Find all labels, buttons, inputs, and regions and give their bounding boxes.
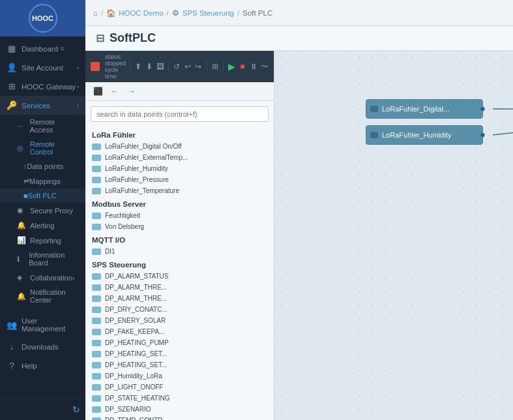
search-input[interactable] <box>91 106 269 122</box>
stop-button[interactable]: ■ <box>239 59 247 74</box>
sidebar-item-notification-center[interactable]: 🔔 Notification Center <box>0 285 85 307</box>
svg-line-1 <box>493 128 513 135</box>
sidebar-item-label: Downloads <box>22 343 59 351</box>
sidebar-item-label: Remote Control <box>30 140 79 156</box>
dp-dot <box>92 224 101 230</box>
dp-item[interactable]: DP_FAKE_KEEPA... <box>85 326 274 337</box>
expand-arrow: › <box>72 274 75 282</box>
main-content: ⌂ / 🏠 HOOC Demo / ⚙ SPS Steuerung / Soft… <box>85 0 513 420</box>
dp-item[interactable]: DP_STATE_HEATING <box>85 393 274 404</box>
content-area: status: stopped cycle time: ⬆ ⬇ 🖼 ↺ ↩ ↪ … <box>85 51 513 420</box>
sidebar-item-label: Notification Center <box>30 288 79 304</box>
sidebar-item-remote-control[interactable]: ◎ Remote Control <box>0 137 85 159</box>
dp-item[interactable]: LoRaFuhler_ExternalTemp... <box>85 152 274 163</box>
sidebar-item-dashboard[interactable]: ▦ Dashboard = <box>0 39 85 58</box>
dp-item[interactable]: DP_HEATING_SET... <box>85 359 274 370</box>
image-button[interactable]: 🖼 <box>156 59 164 74</box>
download-button[interactable]: ⬇ <box>145 59 153 74</box>
sidebar-item-remote-access[interactable]: ··· Remote Access <box>0 115 85 137</box>
arrow-left-button[interactable]: ← <box>108 85 122 98</box>
sidebar-item-label: HOOC Gateway <box>22 83 76 91</box>
sidebar-item-mappings[interactable]: ⇌ Mappings <box>0 173 85 188</box>
remote-access-icon: ··· <box>17 122 26 130</box>
gateway-icon: ⊞ <box>7 82 17 91</box>
section-title-mqtt: MQTT I/O <box>85 232 274 246</box>
sidebar-item-reporting[interactable]: 📊 Reporting <box>0 233 85 248</box>
dp-item[interactable]: DP_ALARM_STATUS <box>85 271 274 282</box>
wave-button[interactable]: 〜 <box>260 59 269 74</box>
dp-item[interactable]: Feuchtigkeit <box>85 210 274 221</box>
sidebar-item-secure-proxy[interactable]: ◉ Secure Proxy <box>0 203 85 218</box>
info-board-icon: ℹ <box>17 255 25 263</box>
upload-button[interactable]: ⬆ <box>134 59 143 74</box>
node-icon-button[interactable]: ⬛ <box>91 85 105 98</box>
sidebar-item-user-management[interactable]: 👥 User Management <box>0 312 85 337</box>
plc-node-1[interactable]: LoRaFuhler_Digital... <box>366 99 483 119</box>
redo-button[interactable]: ↪ <box>194 59 203 74</box>
dp-dot <box>92 373 101 380</box>
dp-item[interactable]: DP_DRY_CONATC... <box>85 304 274 315</box>
dp-item[interactable]: DI1 <box>85 246 274 257</box>
dp-dot <box>92 155 101 161</box>
node-output-port[interactable] <box>480 106 485 112</box>
node-label: LoRaFuhler_Humidity <box>382 131 451 139</box>
grid-view-button[interactable]: ⊞ <box>211 59 219 74</box>
dp-item[interactable]: DP_SZENARIO <box>85 404 274 415</box>
breadcrumb-link-demo[interactable]: HOOC Demo <box>119 9 163 17</box>
sidebar-logo: HOOC <box>0 0 85 37</box>
dp-item[interactable]: Von Delsberg <box>85 221 274 232</box>
remote-control-icon: ◎ <box>17 144 26 153</box>
dp-item[interactable]: DP_HEATING_SET... <box>85 348 274 359</box>
dp-item[interactable]: DP_Humidity_LoRa <box>85 370 274 382</box>
dp-dot <box>92 166 101 172</box>
dp-item[interactable]: LoRaFuhler_Pressure <box>85 174 274 185</box>
sidebar-item-collaboration[interactable]: ◈ Collaboration › <box>0 270 85 285</box>
sidebar-item-help[interactable]: ? Help <box>0 356 85 375</box>
downloads-icon: ↓ <box>7 342 17 352</box>
sidebar-item-alerting[interactable]: 🔔 Alerting <box>0 218 85 233</box>
dp-item[interactable]: DP_ALARM_THRE... <box>85 293 274 304</box>
undo-button[interactable]: ↩ <box>183 59 192 74</box>
dp-dot <box>92 273 101 280</box>
dp-list: LoRa Fühler LoRaFuhler_Digital On/Off Lo… <box>85 127 274 420</box>
dp-item[interactable]: LoRaFuhler_Humidity <box>85 163 274 174</box>
dp-item[interactable]: DP_LIGHT_ONOFF <box>85 382 274 393</box>
dashboard-icon: ▦ <box>7 44 17 53</box>
sidebar-bottom: ↻ <box>0 398 85 420</box>
plc-node-2[interactable]: LoRaFuhler_Humidity <box>366 125 483 145</box>
sidebar-item-label: User Management <box>22 317 79 333</box>
dp-item[interactable]: DP_ALARM_THRE... <box>85 282 274 293</box>
dp-dot <box>92 318 101 324</box>
play-button[interactable]: ▶ <box>227 59 236 74</box>
reporting-icon: 📊 <box>17 236 26 245</box>
section-title-modbus: Modbus Server <box>85 196 274 210</box>
sidebar-item-information-board[interactable]: ℹ Information Board <box>0 248 85 270</box>
pause-button[interactable]: ⏸ <box>249 59 257 74</box>
dp-item[interactable]: DP_TEMP_CONTR... <box>85 415 274 420</box>
node-output-port[interactable] <box>480 132 485 138</box>
soft-plc-icon: ■ <box>23 192 28 200</box>
arrow-right-button[interactable]: → <box>125 85 139 98</box>
dp-item[interactable]: LoRaFuhler_Digital On/Off <box>85 141 274 152</box>
refresh-button[interactable]: ↻ <box>72 404 80 415</box>
sidebar-item-site-account[interactable]: 👤 Site Account › <box>0 58 85 77</box>
dp-dot <box>92 362 101 368</box>
dp-item[interactable]: DP_ENERY_SOLAR <box>85 315 274 326</box>
sidebar-item-downloads[interactable]: ↓ Downloads <box>0 337 85 356</box>
dp-item[interactable]: LoRaFuhler_Temperature <box>85 185 274 196</box>
canvas-area[interactable]: LoRaFuhler_Digital... LoRaFuhler_Humidit… <box>274 51 513 420</box>
dp-item[interactable]: DP_HEATING_PUMP <box>85 337 274 348</box>
sidebar-item-soft-plc[interactable]: ■ Soft PLC <box>0 188 85 203</box>
sidebar-item-hooc-gateway[interactable]: ⊞ HOOC Gateway › <box>0 77 85 96</box>
sidebar-item-services[interactable]: 🔑 Services › <box>0 96 85 115</box>
help-icon: ? <box>7 361 17 370</box>
breadcrumb-link-sps[interactable]: SPS Steuerung <box>183 9 234 17</box>
soft-plc-grid-icon: ⊟ <box>96 32 104 44</box>
refresh-button[interactable]: ↺ <box>172 59 181 74</box>
page-header: ⊟ SoftPLC <box>85 26 513 51</box>
dp-dot <box>92 284 101 291</box>
sidebar-item-label: Mappings <box>29 177 61 185</box>
sidebar-item-data-points[interactable]: ↑ Data points <box>0 159 85 173</box>
sidebar-item-label: Alerting <box>30 222 54 230</box>
secure-proxy-icon: ◉ <box>17 206 26 215</box>
